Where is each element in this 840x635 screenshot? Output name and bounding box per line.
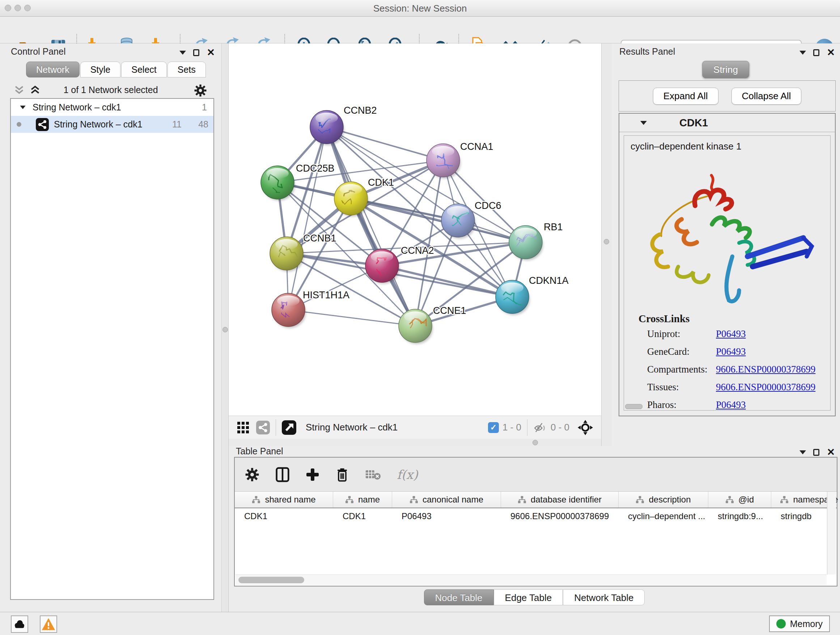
network-view[interactable]: CCNB2CCNA1CDC25BCDK1CDC6RB1CCNB1CCNA2CDK…	[229, 43, 601, 416]
node-label-CCNA1: CCNA1	[460, 141, 493, 152]
panel-close-icon[interactable]: ✕	[827, 448, 835, 457]
node-CDC6[interactable]	[441, 204, 475, 237]
splitter-handle[interactable]	[604, 239, 609, 244]
table-horizontal-scrollbar[interactable]	[235, 575, 827, 585]
table-cell[interactable]: stringdb:9...	[708, 508, 771, 524]
table-row[interactable]: CDK1CDK1P064939606.ENSP00000378699cyclin…	[235, 508, 837, 524]
edge-CCNA2-CDKN1A[interactable]	[382, 266, 512, 297]
column-label: @id	[738, 494, 754, 505]
section-expander-icon[interactable]	[640, 121, 647, 125]
crosslink-link[interactable]: 9606.ENSP00000378699	[716, 382, 815, 393]
table-cell[interactable]: 9606.ENSP00000378699	[501, 508, 619, 524]
column-label: database identifier	[531, 494, 602, 505]
table-rows: CDK1CDK1P064939606.ENSP00000378699cyclin…	[235, 508, 837, 524]
warnings-button[interactable]	[40, 616, 57, 633]
network-badge-gray-icon[interactable]	[256, 421, 270, 434]
header-cell-description[interactable]: description	[619, 492, 708, 508]
splitter-handle[interactable]	[532, 440, 538, 445]
collapse-all-button[interactable]: Collapse All	[731, 88, 802, 105]
tab-string[interactable]: String	[702, 61, 749, 78]
column-label: canonical name	[423, 494, 483, 505]
header-cell--id[interactable]: @id	[708, 492, 771, 508]
tab-network-table[interactable]: Network Table	[563, 589, 645, 605]
gene-section-header[interactable]: CDK1	[619, 114, 835, 132]
header-cell-shared-name[interactable]: shared name	[235, 492, 333, 508]
tab-sets[interactable]: Sets	[167, 62, 206, 78]
table-cell[interactable]: CDK1	[235, 508, 333, 524]
node-CDK1[interactable]	[334, 182, 368, 215]
birdseye-grid-icon[interactable]	[237, 421, 249, 434]
panel-float-icon[interactable]	[813, 49, 819, 56]
tab-edge-table[interactable]: Edge Table	[494, 589, 563, 605]
tab-node-table[interactable]: Node Table	[424, 589, 494, 605]
header-cell-name[interactable]: name	[333, 492, 392, 508]
add-column-icon[interactable]	[306, 468, 319, 481]
panel-float-icon[interactable]	[813, 449, 819, 456]
panel-float-icon[interactable]	[193, 49, 199, 56]
table-header-row: shared namenamecanonical namedatabase id…	[235, 492, 837, 508]
cloud-status-button[interactable]	[11, 616, 28, 633]
results-panel: Results Panel ✕ String Expand All Collap…	[611, 43, 840, 446]
table-cell[interactable]: P06493	[392, 508, 501, 524]
network-collection-row[interactable]: String Network – cdk1 1	[11, 99, 213, 116]
divider	[527, 419, 527, 436]
show-columns-icon[interactable]	[275, 467, 290, 482]
header-cell-database-identifier[interactable]: database identifier	[501, 492, 619, 508]
right-splitter[interactable]	[601, 43, 611, 446]
memory-button[interactable]: Memory	[769, 616, 830, 632]
node-CDC25B[interactable]	[261, 166, 294, 199]
network-graph[interactable]: CCNB2CCNA1CDC25BCDK1CDC6RB1CCNB1CCNA2CDK…	[229, 43, 601, 416]
column-label: shared name	[265, 494, 316, 505]
crosslink-label: Uniprot:	[647, 328, 716, 340]
results-scrollbar-thumb[interactable]	[625, 404, 643, 409]
left-splitter[interactable]	[221, 43, 229, 612]
crosslink-link[interactable]: P06493	[716, 399, 746, 410]
protein-structure-image	[624, 155, 831, 310]
crosslink-link[interactable]: 9606.ENSP00000378699	[716, 364, 815, 375]
panel-menu-icon[interactable]	[799, 51, 806, 55]
node-CCNA2[interactable]	[365, 249, 399, 282]
expand-all-button[interactable]: Expand All	[653, 88, 718, 105]
table-vertical-scrollbar[interactable]	[827, 492, 836, 575]
open-in-window-icon[interactable]	[282, 420, 296, 435]
node-CCNE1[interactable]	[399, 309, 432, 342]
node-RB1[interactable]	[509, 226, 542, 259]
network-row[interactable]: String Network – cdk1 11 48	[11, 116, 213, 133]
node-HIST1H1A[interactable]	[272, 293, 305, 326]
panel-menu-icon[interactable]	[799, 450, 806, 454]
tab-select[interactable]: Select	[121, 62, 166, 78]
panel-close-icon[interactable]: ✕	[207, 48, 215, 57]
table-cell[interactable]: cyclin–dependent ...	[619, 508, 708, 524]
table-settings-gear-icon[interactable]	[245, 467, 259, 482]
crosslink-link[interactable]: P06493	[716, 346, 746, 357]
crosslink-label: Pharos:	[647, 399, 716, 410]
function-builder-icon: f(x)	[397, 467, 418, 482]
edge-CCNB2-HIST1H1A[interactable]	[288, 127, 327, 310]
crosslink-row: Compartments:9606.ENSP00000378699	[647, 364, 830, 375]
panel-menu-icon[interactable]	[180, 51, 186, 55]
crosslink-link[interactable]: P06493	[716, 328, 746, 340]
delete-column-icon[interactable]	[335, 467, 349, 482]
node-CCNA1[interactable]	[426, 144, 460, 177]
gear-icon[interactable]	[194, 84, 207, 97]
selected-checkbox-icon[interactable]: ✓	[488, 422, 499, 433]
crosslinks-title: CrossLinks	[638, 313, 830, 325]
tab-network[interactable]: Network	[26, 62, 80, 78]
node-label-CDKN1A: CDKN1A	[529, 275, 569, 286]
header-cell-canonical-name[interactable]: canonical name	[392, 492, 501, 508]
column-type-icon	[636, 496, 644, 504]
node-CDKN1A[interactable]	[496, 280, 529, 314]
crosslink-row: Uniprot:P06493	[647, 328, 830, 340]
table-cell[interactable]: CDK1	[333, 508, 392, 524]
scrollbar-thumb[interactable]	[238, 577, 304, 583]
pan-crosshair-icon[interactable]	[577, 420, 593, 435]
tree-expander-icon[interactable]	[20, 106, 25, 109]
panel-close-icon[interactable]: ✕	[827, 48, 835, 57]
splitter-handle[interactable]	[223, 327, 228, 333]
column-type-icon	[409, 496, 418, 504]
node-CCNB2[interactable]	[310, 111, 343, 144]
network-view-toolbar: String Network – cdk1 ✓ 1 - 0 0 - 0	[229, 416, 601, 439]
tab-style[interactable]: Style	[80, 62, 121, 78]
node-CCNB1[interactable]	[270, 237, 303, 270]
edge-CCNE1-HIST1H1A[interactable]	[288, 310, 415, 326]
